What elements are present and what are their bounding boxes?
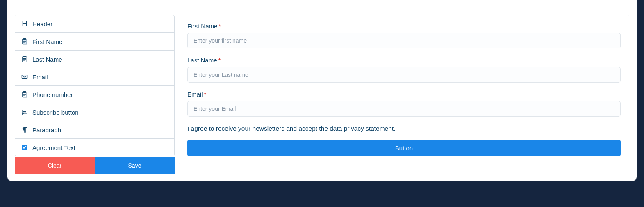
heading-icon — [21, 20, 28, 28]
svg-rect-1 — [23, 39, 26, 40]
sidebar-item-header[interactable]: Header — [15, 15, 174, 33]
elements-sidebar: Header First Name Last Name Email — [15, 15, 175, 174]
first-name-label: First Name* — [187, 23, 621, 30]
field-email: Email* — [187, 91, 621, 117]
sidebar-item-phone[interactable]: Phone number — [15, 86, 174, 104]
save-button[interactable]: Save — [95, 157, 175, 174]
paragraph-icon — [21, 126, 28, 133]
svg-point-18 — [25, 111, 26, 112]
required-mark: * — [218, 57, 221, 64]
sidebar-item-label: Last Name — [32, 56, 62, 63]
required-mark: * — [204, 91, 207, 98]
checkbox-icon — [21, 144, 28, 151]
sidebar-item-label: Paragraph — [32, 126, 61, 133]
email-input[interactable] — [187, 101, 621, 117]
sidebar-item-paragraph[interactable]: Paragraph — [15, 121, 174, 139]
svg-point-17 — [24, 111, 25, 112]
svg-rect-10 — [22, 75, 27, 79]
clipboard-icon — [21, 38, 28, 45]
sidebar-item-label: Subscribe button — [32, 109, 79, 116]
sidebar-item-last-name[interactable]: Last Name — [15, 51, 174, 68]
sidebar-item-agreement[interactable]: Agreement Text — [15, 139, 174, 156]
label-text: First Name — [187, 23, 217, 30]
sidebar-item-label: Agreement Text — [32, 144, 75, 151]
clipboard-icon — [21, 55, 28, 63]
label-text: Last Name — [187, 57, 217, 64]
form-preview: First Name* Last Name* Email* I agree to… — [179, 15, 629, 164]
sidebar-actions: Clear Save — [15, 157, 175, 174]
sidebar-item-label: Phone number — [32, 91, 73, 98]
message-icon — [21, 108, 28, 116]
last-name-input[interactable] — [187, 67, 621, 83]
sidebar-item-first-name[interactable]: First Name — [15, 33, 174, 51]
clipboard-icon — [21, 91, 28, 98]
field-first-name: First Name* — [187, 23, 621, 48]
required-mark: * — [218, 23, 221, 30]
sidebar-item-label: Header — [32, 21, 52, 28]
svg-point-16 — [23, 111, 24, 112]
mail-icon — [21, 73, 28, 80]
sidebar-item-label: First Name — [32, 38, 62, 45]
clear-button[interactable]: Clear — [15, 157, 95, 174]
first-name-input[interactable] — [187, 33, 621, 48]
submit-button[interactable]: Button — [187, 140, 621, 156]
label-text: Email — [187, 91, 203, 98]
sidebar-item-subscribe[interactable]: Subscribe button — [15, 104, 174, 121]
elements-list: Header First Name Last Name Email — [15, 15, 175, 156]
email-label: Email* — [187, 91, 621, 98]
last-name-label: Last Name* — [187, 57, 621, 64]
svg-rect-6 — [23, 56, 26, 58]
sidebar-item-label: Email — [32, 74, 48, 80]
svg-rect-12 — [23, 92, 26, 93]
form-builder-card: Header First Name Last Name Email — [7, 0, 637, 181]
field-last-name: Last Name* — [187, 57, 621, 83]
agreement-text: I agree to receive your newsletters and … — [187, 125, 621, 132]
sidebar-item-email[interactable]: Email — [15, 68, 174, 86]
